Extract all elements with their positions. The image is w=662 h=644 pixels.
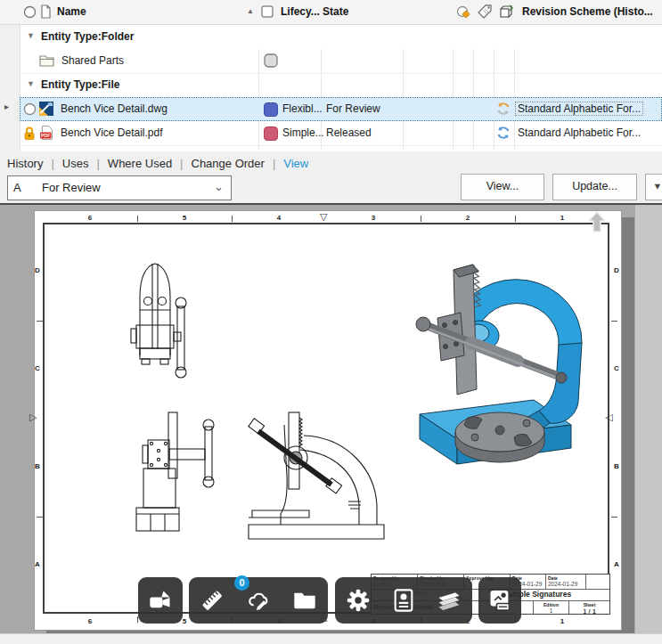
grid-scroll-chevron[interactable]: ⌄ [621, 128, 630, 141]
tag-column-icon[interactable] [477, 4, 494, 20]
group-label: Entity Type:Folder [41, 30, 134, 43]
zone-letter: B [610, 462, 623, 470]
view-button[interactable]: View... [461, 174, 544, 200]
group-header-file[interactable]: ▼ Entity Type:File [20, 74, 662, 97]
lifecycle-disabled-checkbox [264, 53, 278, 68]
file-type-column-icon[interactable] [40, 4, 52, 19]
center-marker-right: ◁ [605, 412, 612, 422]
checkout-status-column-icon[interactable] [23, 5, 37, 19]
state-value: Released [326, 126, 372, 139]
row-name: Shared Parts [61, 54, 124, 67]
zone-letter: C [31, 364, 44, 372]
sheet-frame [43, 223, 609, 614]
zone-letter: C [610, 364, 623, 372]
center-marker-top: ▽ [320, 212, 327, 222]
zone-number: 6 [84, 214, 96, 222]
row-expand-arrow[interactable]: ▸ [4, 102, 9, 111]
zone-number: 1 [556, 214, 568, 222]
entity-grid: Name ▲ Lifecy... State Revision Scheme (… [0, 0, 662, 152]
lifecycle-value: Flexibl... [282, 102, 323, 115]
detail-tabs: History| Uses| Where Used| Change Order|… [7, 157, 308, 170]
lifecycle-checkbox-icon[interactable] [261, 5, 274, 18]
properties-panel-button[interactable] [383, 580, 424, 621]
zone-number: 2 [462, 214, 474, 222]
row-bench-vice-dwg[interactable]: Bench Vice Detail.dwg Flexibl... For Rev… [20, 97, 662, 121]
lock-icon [22, 126, 37, 141]
tab-separator: | [180, 157, 183, 170]
checkout-status-icon [23, 102, 37, 116]
state-value: For Review [326, 102, 380, 115]
chevron-down-icon: ⌄ [214, 180, 224, 193]
revision-cycle-icon [496, 126, 511, 140]
column-header-state[interactable]: State [323, 5, 348, 18]
folder-icon [39, 54, 54, 67]
group-header-folder[interactable]: ▼ Entity Type:Folder [20, 26, 662, 49]
column-header-revision-scheme[interactable]: Revision Scheme (Histo... [522, 5, 653, 18]
collapse-icon[interactable]: ▼ [27, 31, 35, 40]
column-header-name[interactable]: Name [57, 5, 86, 18]
tab-change-order[interactable]: Change Order [192, 157, 265, 170]
update-button[interactable]: Update... [552, 174, 637, 200]
tab-view[interactable]: View [283, 157, 308, 170]
export-print-button[interactable] [479, 580, 520, 621]
revision-letter: A [13, 181, 21, 194]
pdf-file-icon: PDF [39, 126, 53, 140]
zone-number: 1 [556, 617, 568, 625]
lifecycle-value: Simple... [282, 126, 324, 139]
toolbar-group-output [478, 577, 521, 624]
row-shared-parts[interactable]: Shared Parts [20, 49, 662, 74]
svg-text:PDF: PDF [41, 133, 50, 138]
row-name: Bench Vice Detail.pdf [61, 126, 163, 139]
zone-letter: D [31, 266, 44, 274]
zone-letter: D [610, 266, 623, 274]
toolbar-group-settings [335, 577, 472, 624]
lifecycle-color-swatch [264, 102, 278, 117]
zone-letter: A [31, 560, 44, 568]
toolbar-group-markup [189, 577, 328, 624]
markup-count-badge: 0 [234, 575, 249, 591]
revision-select[interactable]: A For Review ⌄ [7, 175, 232, 200]
collapse-icon[interactable]: ▼ [27, 79, 35, 88]
layers-button[interactable] [429, 580, 470, 621]
zone-number: 4 [273, 214, 285, 222]
tab-separator: | [273, 157, 275, 170]
sort-ascending-icon[interactable]: ▲ [247, 7, 254, 15]
grid-header[interactable]: Name ▲ Lifecy... State Revision Scheme (… [0, 0, 662, 25]
zone-letter: B [31, 462, 44, 470]
home-arrow-icon[interactable] [587, 210, 607, 233]
row-bench-vice-pdf[interactable]: PDF Bench Vice Detail.pdf Simple... Rele… [20, 121, 662, 146]
tab-where-used[interactable]: Where Used [108, 157, 172, 170]
drawing-preview-pane[interactable]: 6 5 4 3 2 1 6 5 4 3 2 1 D C B A D C [0, 203, 662, 633]
dwg-file-icon [39, 102, 53, 116]
column-header-lifecycle[interactable]: Lifecy... [281, 5, 320, 18]
tab-history[interactable]: History [7, 157, 43, 170]
tab-separator: | [51, 157, 53, 170]
zone-number: 5 [178, 214, 191, 222]
lifecycle-color-swatch [264, 126, 278, 141]
vault-window: Name ▲ Lifecy... State Revision Scheme (… [0, 0, 662, 644]
drawing-sheet[interactable]: 6 5 4 3 2 1 6 5 4 3 2 1 D C B A D C [34, 210, 622, 631]
markup-folder-button[interactable] [284, 580, 325, 621]
revision-scheme-value: Standard Alphabetic For... [516, 102, 642, 115]
views-camera-button[interactable] [140, 580, 181, 621]
detail-panel-bar: History| Uses| Where Used| Change Order|… [0, 151, 662, 203]
zone-number: 3 [367, 214, 380, 222]
update-split-button[interactable]: ▾ [645, 174, 662, 200]
tab-uses[interactable]: Uses [62, 157, 89, 170]
row-name: Bench Vice Detail.dwg [61, 102, 168, 115]
revision-cycle-icon [496, 102, 511, 116]
classification-column-icon[interactable] [455, 4, 471, 20]
toolbar-group-camera [138, 577, 183, 624]
preview-scroll-gutter [635, 205, 662, 633]
zone-letter: A [610, 560, 623, 568]
zone-number: 6 [84, 617, 96, 625]
tab-separator: | [96, 157, 99, 170]
center-marker-left: ▷ [29, 412, 37, 422]
revision-scheme-column-icon[interactable] [497, 4, 514, 20]
revision-state: For Review [42, 181, 101, 194]
measure-button[interactable] [192, 580, 233, 621]
group-label: Entity Type:File [41, 78, 119, 91]
settings-gear-button[interactable] [338, 580, 379, 621]
status-bar [0, 633, 662, 644]
